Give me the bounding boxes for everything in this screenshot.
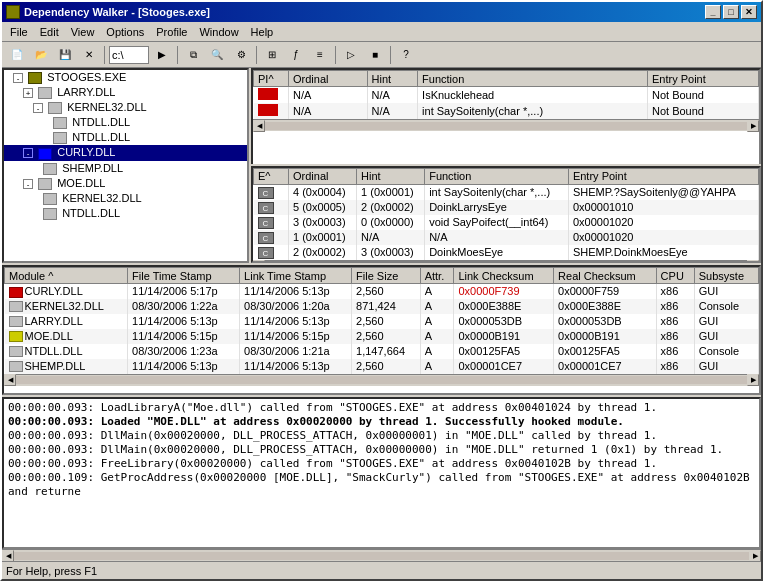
tb-modules-button[interactable]: ⊞ — [261, 44, 283, 66]
table-row[interactable]: C 1 (0x0001) N/A N/A 0x00001020 — [254, 230, 759, 245]
tb-profile-button[interactable]: ▷ — [340, 44, 362, 66]
menu-window[interactable]: Window — [193, 24, 244, 40]
pi-col-hint[interactable]: Hint — [367, 71, 417, 87]
ep-col-ep[interactable]: E^ — [254, 168, 289, 184]
minimize-button[interactable]: _ — [705, 5, 721, 19]
ep-h-scrollbar[interactable]: ◀ ▶ — [253, 260, 759, 264]
table-row[interactable]: N/A N/A int SaySoitenly(char *,...) Not … — [254, 103, 759, 119]
pi-col-function[interactable]: Function — [418, 71, 648, 87]
log-line: 00:00:00.093: DllMain(0x00020000, DLL_PR… — [8, 443, 755, 457]
menu-help[interactable]: Help — [245, 24, 280, 40]
expand-icon[interactable]: - — [23, 148, 33, 158]
scroll-right[interactable]: ▶ — [749, 550, 761, 562]
scroll-left[interactable]: ◀ — [2, 550, 14, 562]
table-row[interactable]: MOE.DLL 11/14/2006 5:15p 11/14/2006 5:15… — [5, 329, 759, 344]
tb-help-button[interactable]: ? — [395, 44, 417, 66]
scroll-left[interactable]: ◀ — [253, 120, 265, 132]
tree-item[interactable]: - STOOGES.EXE — [4, 70, 247, 85]
table-row[interactable]: C 5 (0x0005) 2 (0x0002) DoinkLarrysEye 0… — [254, 200, 759, 215]
tb-sep-3 — [256, 46, 257, 64]
tb-new-button[interactable]: 📄 — [6, 44, 28, 66]
tb-save-button[interactable]: 💾 — [54, 44, 76, 66]
table-row[interactable]: C 2 (0x0002) 3 (0x0003) DoinkMoesEye SHE… — [254, 245, 759, 260]
ep-icon: C — [258, 187, 274, 199]
path-input[interactable] — [109, 46, 149, 64]
tree-item[interactable]: + LARRY.DLL — [4, 85, 247, 100]
pi-col-ordinal[interactable]: Ordinal — [289, 71, 368, 87]
tb-options-button[interactable]: ⚙ — [230, 44, 252, 66]
pi-h-scrollbar[interactable]: ◀ ▶ — [253, 119, 759, 131]
tb-open-button[interactable]: 📂 — [30, 44, 52, 66]
tree-item[interactable]: NTDLL.DLL — [4, 130, 247, 145]
modules-h-scrollbar[interactable]: ◀ ▶ — [4, 374, 759, 386]
log-h-scrollbar[interactable]: ◀ ▶ — [2, 549, 761, 561]
table-row[interactable]: LARRY.DLL 11/14/2006 5:13p 11/14/2006 5:… — [5, 314, 759, 329]
scroll-track — [265, 262, 747, 263]
table-row[interactable]: CURLY.DLL 11/14/2006 5:17p 11/14/2006 5:… — [5, 284, 759, 299]
pi-col-pi[interactable]: PI^ — [254, 71, 289, 87]
scroll-right[interactable]: ▶ — [747, 374, 759, 386]
mod-col-cpu[interactable]: CPU — [656, 268, 694, 284]
tree-item[interactable]: KERNEL32.DLL — [4, 191, 247, 206]
pi-col-entry[interactable]: Entry Point — [647, 71, 758, 87]
menu-profile[interactable]: Profile — [150, 24, 193, 40]
table-row[interactable]: KERNEL32.DLL 08/30/2006 1:22a 08/30/2006… — [5, 299, 759, 314]
menu-options[interactable]: Options — [100, 24, 150, 40]
modules-table-container[interactable]: Module ^ File Time Stamp Link Time Stamp… — [2, 265, 761, 395]
expand-icon[interactable]: + — [23, 88, 33, 98]
ep-col-ordinal[interactable]: Ordinal — [289, 168, 357, 184]
expand-icon[interactable]: - — [13, 73, 23, 83]
pi-table: PI^ Ordinal Hint Function Entry Point N/… — [253, 70, 759, 119]
scroll-right[interactable]: ▶ — [747, 260, 759, 263]
expand-icon[interactable]: - — [23, 179, 33, 189]
expand-icon[interactable]: - — [33, 103, 43, 113]
tree-item[interactable]: - MOE.DLL — [4, 176, 247, 191]
tree-item[interactable]: SHEMP.DLL — [4, 161, 247, 176]
mod-col-subsys[interactable]: Subsyste — [694, 268, 758, 284]
table-row[interactable]: SHEMP.DLL 11/14/2006 5:13p 11/14/2006 5:… — [5, 359, 759, 374]
mod-col-real-cs[interactable]: Real Checksum — [554, 268, 657, 284]
tree-panel[interactable]: - STOOGES.EXE + LARRY.DLL — [2, 68, 249, 263]
menu-file[interactable]: File — [4, 24, 34, 40]
log-line: 00:00:00.093: LoadLibraryA("Moe.dll") ca… — [8, 401, 755, 415]
ep-col-function[interactable]: Function — [425, 168, 569, 184]
tb-find-button[interactable]: 🔍 — [206, 44, 228, 66]
log-area[interactable]: 00:00:00.093: LoadLibraryA("Moe.dll") ca… — [2, 397, 761, 549]
table-row[interactable]: NTDLL.DLL 08/30/2006 1:23a 08/30/2006 1:… — [5, 344, 759, 359]
mod-col-size[interactable]: File Size — [352, 268, 421, 284]
tb-copy-button[interactable]: ⧉ — [182, 44, 204, 66]
scroll-right[interactable]: ▶ — [747, 120, 759, 132]
tree-item[interactable]: - KERNEL32.DLL — [4, 100, 247, 115]
table-row[interactable]: C 3 (0x0003) 0 (0x0000) void SayPoifect(… — [254, 215, 759, 230]
ep-icon: C — [258, 202, 274, 214]
tb-stop-button[interactable]: ■ — [364, 44, 386, 66]
maximize-button[interactable]: □ — [723, 5, 739, 19]
log-line: 00:00:00.093: FreeLibrary(0x00020000) ca… — [8, 457, 755, 471]
tree-item[interactable]: - CURLY.DLL — [4, 145, 247, 160]
ep-col-hint[interactable]: Hint — [357, 168, 425, 184]
mod-col-link-ts[interactable]: Link Time Stamp — [240, 268, 352, 284]
mod-col-file-ts[interactable]: File Time Stamp — [128, 268, 240, 284]
mod-col-attr[interactable]: Attr. — [420, 268, 454, 284]
tb-sep-4 — [335, 46, 336, 64]
window-title: Dependency Walker - [Stooges.exe] — [24, 6, 705, 18]
table-row[interactable]: N/A N/A IsKnucklehead Not Bound — [254, 87, 759, 104]
tb-log-button[interactable]: ≡ — [309, 44, 331, 66]
table-row[interactable]: C 4 (0x0004) 1 (0x0001) int SaySoitenly(… — [254, 184, 759, 200]
menu-edit[interactable]: Edit — [34, 24, 65, 40]
ep-table-container[interactable]: E^ Ordinal Hint Function Entry Point C 4… — [251, 166, 761, 264]
pi-table-container[interactable]: PI^ Ordinal Hint Function Entry Point N/… — [251, 68, 761, 164]
ep-col-entry[interactable]: Entry Point — [568, 168, 758, 184]
close-button[interactable]: ✕ — [741, 5, 757, 19]
mod-col-link-cs[interactable]: Link Checksum — [454, 268, 554, 284]
tree-item[interactable]: NTDLL.DLL — [4, 206, 247, 221]
scroll-left[interactable]: ◀ — [253, 260, 265, 263]
mod-col-module[interactable]: Module ^ — [5, 268, 128, 284]
tb-close-button[interactable]: ✕ — [78, 44, 100, 66]
scroll-left[interactable]: ◀ — [4, 374, 16, 386]
tb-go-button[interactable]: ▶ — [151, 44, 173, 66]
tree-item[interactable]: NTDLL.DLL — [4, 115, 247, 130]
tb-functions-button[interactable]: ƒ — [285, 44, 307, 66]
toolbar: 📄 📂 💾 ✕ ▶ ⧉ 🔍 ⚙ ⊞ ƒ ≡ ▷ ■ ? — [2, 42, 761, 68]
menu-view[interactable]: View — [65, 24, 101, 40]
